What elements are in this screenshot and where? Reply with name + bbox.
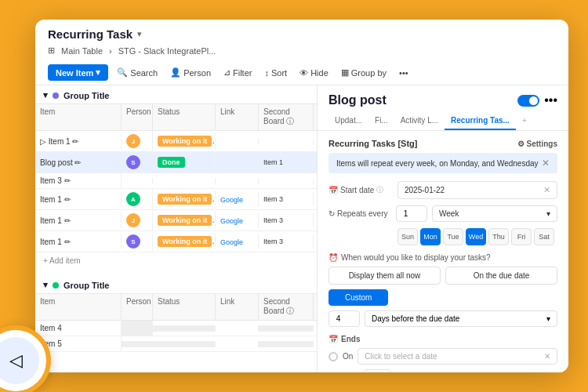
tab-recurring[interactable]: Recurring Tas... <box>445 112 516 130</box>
row6-status[interactable]: Working on it <box>153 233 216 250</box>
row-g2-2-status <box>153 341 216 347</box>
display-all-now-btn[interactable]: Display them all now <box>328 267 441 285</box>
table-row[interactable]: Item 1 ✏ J Working on it Google Item 3 S… <box>35 210 317 231</box>
start-date-input[interactable]: 2025-01-22 ✕ <box>397 181 557 199</box>
row1-person: J <box>122 131 153 151</box>
group-icon: ▦ <box>341 67 349 78</box>
display-custom-btn[interactable]: Custom <box>328 289 388 306</box>
sort-icon: ↕ <box>264 68 269 78</box>
row4-item: Item 1 ✏ <box>35 192 122 207</box>
row5-link[interactable]: Google <box>216 213 259 228</box>
filter-button[interactable]: ⊿ Filter <box>220 65 256 80</box>
search-button[interactable]: 🔍 Search <box>113 65 162 80</box>
display-icon: ⏰ <box>328 253 338 262</box>
end-after-num-input[interactable] <box>364 369 391 372</box>
row6-item: Item 1 ✏ <box>35 234 122 249</box>
group1-collapse-icon[interactable]: ▾ <box>43 90 48 100</box>
breadcrumb-main-table[interactable]: Main Table <box>61 46 103 56</box>
start-date-clear[interactable]: ✕ <box>543 185 550 195</box>
breadcrumb-table-icon: ⊞ <box>48 45 55 56</box>
day-thu[interactable]: Thu <box>488 228 509 245</box>
table-row[interactable]: Item 5 <box>35 336 317 352</box>
end-on-clear-icon[interactable]: ✕ <box>544 352 550 361</box>
row5-second: Item 3 <box>259 213 314 227</box>
row5-status[interactable]: Working on it <box>153 212 216 229</box>
detail-header: Blog post ••• Updat... Fi... Activity L.… <box>318 85 568 131</box>
row1-status[interactable]: Working on it <box>153 132 216 150</box>
row6-link[interactable]: Google <box>216 234 259 249</box>
row3-item: Item 3 ✏ <box>35 173 122 188</box>
window-title: Recurring Task <box>48 27 132 41</box>
breadcrumb-integration[interactable]: STG - Slack IntegratePl... <box>118 46 216 56</box>
new-item-button[interactable]: New Item ▾ <box>48 64 108 81</box>
table-row[interactable]: Item 3 ✏ <box>35 173 317 189</box>
tab-add[interactable]: + <box>516 112 533 130</box>
col2-person: Person <box>122 294 153 320</box>
group2-collapse-icon[interactable]: ▾ <box>43 280 48 290</box>
info-icon: ⓘ <box>376 185 383 195</box>
row3-status <box>153 178 216 184</box>
select-chevron-icon: ▾ <box>546 209 550 218</box>
tab-files[interactable]: Fi... <box>368 112 394 130</box>
day-wed[interactable]: Wed <box>466 228 486 245</box>
settings-button[interactable]: ⚙ Settings <box>517 140 557 148</box>
col-item: Item <box>35 104 122 130</box>
tab-activity[interactable]: Activity L... <box>394 112 445 130</box>
group2-header[interactable]: ▾ Group Title <box>35 275 317 293</box>
end-on-row: On Click to select a date ✕ <box>328 348 557 365</box>
repeats-unit-select[interactable]: Week ▾ <box>432 205 557 222</box>
row6-person: S <box>122 231 153 252</box>
row6-second: Item 3 <box>259 234 314 249</box>
repeat-icon: ↻ <box>328 209 335 218</box>
sort-button[interactable]: ↕ Sort <box>260 66 291 80</box>
tab-updates[interactable]: Updat... <box>328 112 368 130</box>
row3-link <box>216 178 259 184</box>
table-row[interactable]: Item 4 <box>35 321 317 336</box>
title-chevron-icon[interactable]: ▾ <box>137 29 142 39</box>
col-person: Person <box>122 104 153 130</box>
row-g2-1-person <box>122 321 153 336</box>
day-mon[interactable]: Mon <box>420 228 441 245</box>
repeats-num-input[interactable] <box>396 205 427 222</box>
col-status: Status <box>153 104 216 130</box>
row-g2-1-status <box>153 325 216 332</box>
days-before-num-input[interactable] <box>328 310 360 327</box>
row2-person: S <box>122 152 153 172</box>
more-options-icon[interactable]: ••• <box>544 93 557 107</box>
table-row[interactable]: Item 1 ✏ S Working on it Google Item 3 S… <box>35 231 317 252</box>
add-item-btn[interactable]: + Add item <box>35 252 317 269</box>
day-sat[interactable]: Sat <box>534 228 554 245</box>
col2-status: Status <box>153 294 216 320</box>
more-button[interactable]: ••• <box>395 66 412 80</box>
toggle-switch[interactable] <box>517 95 539 107</box>
row-g2-1-link <box>216 325 259 332</box>
info-banner-close[interactable]: ✕ <box>542 158 550 169</box>
row5-item: Item 1 ✏ <box>35 213 122 228</box>
table-row[interactable]: Item 1 ✏ A Working on it Google Item 3 S… <box>35 189 317 210</box>
table-row[interactable]: Blog post ✏ S Done Item 1 Working o... <box>35 152 317 173</box>
row4-link[interactable]: Google <box>216 192 259 207</box>
detail-pane: Blog post ••• Updat... Fi... Activity L.… <box>318 85 568 372</box>
repeats-label: ↻ Repeats every <box>328 209 391 218</box>
display-due-date-btn[interactable]: On the due date <box>445 267 557 285</box>
row4-status[interactable]: Working on it <box>153 191 216 208</box>
start-date-label: 📅 Start date ⓘ <box>328 185 391 195</box>
group1-header[interactable]: ▾ Group Title <box>35 85 317 103</box>
filter-icon: ⊿ <box>223 67 230 78</box>
end-on-date-input[interactable]: Click to select a date ✕ <box>358 348 557 365</box>
day-tue[interactable]: Tue <box>443 228 463 245</box>
table-row[interactable]: ▷ Item 1 ✏ J Working on it Stuck <box>35 131 317 152</box>
group-by-button[interactable]: ▦ Group by <box>337 65 390 80</box>
col2-second-board: Second Board ⓘ <box>259 294 314 320</box>
days-before-select[interactable]: Days before the due date ▾ <box>365 310 557 327</box>
day-fri[interactable]: Fri <box>511 228 532 245</box>
person-button[interactable]: 👤 Person <box>166 65 215 80</box>
ends-icon: 📅 <box>328 335 338 343</box>
end-on-radio[interactable] <box>328 352 338 361</box>
hide-button[interactable]: 👁 Hide <box>296 66 332 80</box>
row3-person <box>122 178 153 184</box>
day-sun[interactable]: Sun <box>397 228 418 245</box>
window-header: Recurring Task ▾ ⊞ Main Table › STG - Sl… <box>35 20 568 85</box>
group2-title: Group Title <box>64 281 109 290</box>
row2-status[interactable]: Done <box>153 154 216 171</box>
